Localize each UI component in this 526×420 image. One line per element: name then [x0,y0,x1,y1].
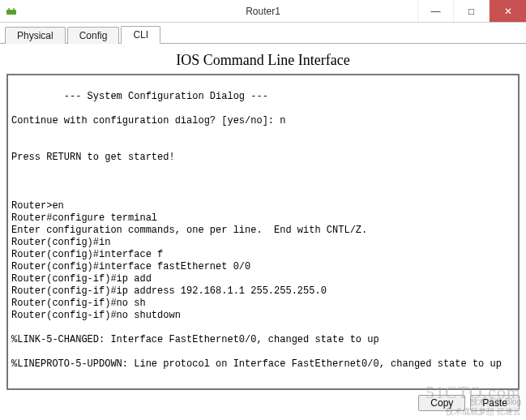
paste-button[interactable]: Paste [470,395,520,411]
window-controls: — □ ✕ [417,0,526,22]
maximize-button[interactable]: □ [453,0,489,22]
minimize-button[interactable]: — [417,0,453,22]
app-icon [5,5,18,18]
cli-button-row: Copy Paste [6,390,520,411]
svg-rect-2 [13,8,15,10]
close-button[interactable]: ✕ [489,0,526,22]
cli-heading: IOS Command Line Interface [6,47,520,74]
tab-content: IOS Command Line Interface --- System Co… [0,44,526,418]
tab-physical[interactable]: Physical [5,27,66,44]
terminal-container: --- System Configuration Dialog --- Cont… [6,74,520,390]
tab-cli[interactable]: CLI [121,26,160,44]
tab-bar: Physical Config CLI [0,23,526,44]
terminal-output[interactable]: --- System Configuration Dialog --- Cont… [11,79,515,385]
tab-config[interactable]: Config [67,27,120,44]
svg-rect-0 [6,10,16,15]
svg-rect-1 [8,8,10,10]
copy-button[interactable]: Copy [418,395,465,411]
window-titlebar: Router1 — □ ✕ [0,0,526,23]
